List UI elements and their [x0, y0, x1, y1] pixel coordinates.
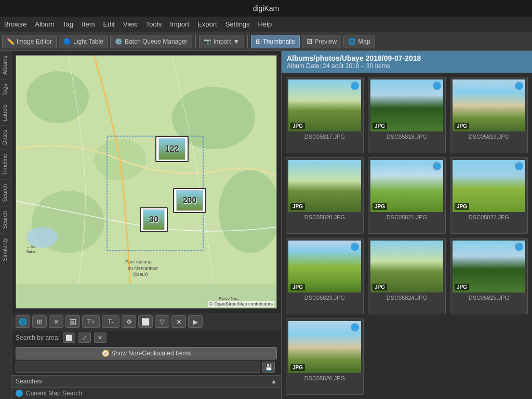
preview-icon: 🖼 — [307, 38, 313, 45]
thumbnail-image: JPG — [288, 160, 361, 212]
menu-item-album[interactable]: Album — [35, 20, 54, 28]
thumbnails-icon: ⊞ — [256, 38, 261, 45]
geo-icon: 🌐 — [351, 243, 359, 251]
svg-text:Bains: Bains — [26, 250, 36, 254]
save-search-btn[interactable]: 💾 — [262, 362, 275, 373]
jpg-badge: JPG — [290, 284, 305, 290]
thumbnail-image: JPG🌐 — [288, 241, 361, 292]
menu-item-tag[interactable]: Tag — [62, 20, 73, 28]
toolbar-separator-1 — [195, 35, 196, 48]
thumbnail-item[interactable]: JPG🌐DSC05823.JPG — [286, 238, 364, 314]
left-panel: Parc national du Mercantour (coeur) Parc… — [11, 51, 282, 399]
svg-text:(coeur): (coeur) — [133, 272, 148, 277]
sidebar-item-search[interactable]: Search — [0, 179, 11, 206]
menu-item-item[interactable]: Item — [82, 20, 95, 28]
searches-header: Searches ▲ — [11, 376, 281, 388]
thumbnail-image: JPG🌐 — [453, 160, 525, 212]
current-map-search-icon: 🌐 — [16, 390, 23, 397]
thumbnail-item[interactable]: JPG🌐DSC05819.JPG — [450, 77, 528, 153]
import-icon: 📷 — [204, 38, 211, 45]
searches-panel: Searches ▲ 🌐 Current Map Search — [11, 375, 281, 399]
thumbnails-grid: JPG🌐DSC05817.JPGJPG🌐DSC05818.JPGJPG🌐DSC0… — [282, 73, 532, 399]
light-table-button[interactable]: 🔵 Light Table — [59, 35, 108, 48]
thumbnail-item[interactable]: JPG🌐DSC05822.JPG — [450, 157, 528, 234]
area-select-btn[interactable]: ⬜ — [63, 332, 75, 343]
thumbnail-item[interactable]: JPGDSC05824.JPG — [368, 238, 446, 314]
jpg-badge: JPG — [455, 203, 469, 210]
current-map-search-label: Current Map Search — [26, 390, 82, 397]
map-attribution: © OpenStreetMap contributors — [208, 301, 274, 307]
toolbar-separator-2 — [247, 35, 248, 48]
menu-item-settings[interactable]: Settings — [225, 20, 250, 28]
cluster-122[interactable]: 122 — [155, 136, 189, 162]
album-path: Albums/photos/Ubaye 2018/09-07-2018 — [287, 54, 527, 62]
map-canvas[interactable]: Parc national du Mercantour (coeur) Parc… — [16, 56, 276, 308]
menu-item-view[interactable]: View — [123, 20, 138, 28]
thumbnail-image: JPG🌐 — [453, 241, 525, 292]
image-editor-icon: ✏️ — [7, 38, 15, 45]
sidebar-item-timeline[interactable]: Timeline — [0, 149, 11, 179]
thumbnail-label: DSC05826.JPG — [304, 375, 345, 381]
thumbnail-label: DSC05821.JPG — [387, 214, 427, 220]
map-button[interactable]: 🌐 Map — [343, 35, 375, 48]
map-cross-btn[interactable]: ✕ — [49, 315, 63, 328]
sidebar-item-albums[interactable]: Albums — [0, 51, 11, 79]
sidebar-item-dates[interactable]: Dates — [0, 125, 11, 149]
thumbnail-label: DSC05819.JPG — [469, 134, 509, 140]
show-non-geolocated-btn[interactable]: 🧭 Show Non-Geolocated Items — [16, 347, 277, 360]
map-area[interactable]: Parc national du Mercantour (coeur) Parc… — [16, 55, 277, 309]
map-filter-btn[interactable]: ▽ — [155, 315, 169, 328]
jpg-badge: JPG — [290, 123, 305, 129]
sidebar-item-tags[interactable]: Tags — [0, 79, 11, 100]
svg-text:Parco Na...: Parco Na... — [219, 296, 240, 301]
map-icon: 🌐 — [348, 38, 356, 45]
thumbnail-item[interactable]: JPG🌐DSC05826.JPG — [286, 318, 364, 395]
area-clear-btn[interactable]: ✕ — [94, 332, 107, 343]
preview-button[interactable]: 🖼 Preview — [302, 35, 342, 48]
map-grid-btn[interactable]: ⊞ — [32, 315, 47, 328]
menu-item-export[interactable]: Export — [197, 20, 217, 28]
right-panel: Albums/photos/Ubaye 2018/09-07-2018 Albu… — [282, 51, 532, 399]
map-text-plus-btn[interactable]: T+ — [82, 315, 100, 328]
menu-item-import[interactable]: Import — [170, 20, 189, 28]
sidebar-item-labels[interactable]: Labels — [0, 100, 11, 125]
map-move-btn[interactable]: ✥ — [122, 315, 136, 328]
area-draw-btn[interactable]: ⤢ — [78, 332, 91, 343]
menu-item-edit[interactable]: Edit — [103, 20, 114, 28]
thumbnail-image: JPG🌐 — [288, 79, 361, 131]
batch-queue-button[interactable]: ⚙️ Batch Queue Manager — [110, 35, 192, 48]
thumbnail-item[interactable]: JPG🌐DSC05818.JPG — [368, 77, 446, 153]
map-clear-btn[interactable]: ✕ — [171, 315, 186, 328]
menu-item-help[interactable]: Help — [258, 20, 272, 28]
light-table-icon: 🔵 — [63, 38, 71, 45]
map-play-btn[interactable]: ▶ — [188, 315, 203, 328]
sidebar-item-search2[interactable]: Search — [0, 206, 11, 233]
menubar: BrowseAlbumTagItemEditViewToolsImportExp… — [0, 17, 532, 32]
import-dropdown-icon: ▼ — [233, 38, 240, 45]
thumbnail-item[interactable]: JPG🌐DSC05821.JPG — [368, 157, 446, 234]
search-input[interactable] — [16, 362, 260, 373]
cluster-30[interactable]: 30 — [140, 207, 168, 232]
thumbnail-item[interactable]: JPGDSC05820.JPG — [286, 157, 364, 234]
map-globe-btn[interactable]: 🌐 — [16, 315, 30, 328]
menu-item-browse[interactable]: Browse — [4, 20, 26, 28]
thumbnail-item[interactable]: JPG🌐DSC05825.JPG — [450, 238, 528, 314]
geo-icon: 🌐 — [433, 82, 441, 90]
thumbnail-item[interactable]: JPG🌐DSC05817.JPG — [286, 77, 364, 153]
cluster-200[interactable]: 200 — [173, 188, 206, 213]
album-date: Album Date: 24 août 2018 – 30 Items — [287, 62, 527, 70]
map-image-btn[interactable]: 🖼 — [65, 315, 80, 328]
menu-item-tools[interactable]: Tools — [146, 20, 162, 28]
current-map-search-item[interactable]: 🌐 Current Map Search — [11, 388, 281, 399]
sidebar-item-similarity[interactable]: Similarity — [0, 233, 11, 265]
map-rect-btn[interactable]: ⬜ — [138, 315, 153, 328]
thumbnail-image: JPG🌐 — [453, 79, 525, 131]
import-button[interactable]: 📷 Import ▼ — [199, 35, 244, 48]
image-editor-button[interactable]: ✏️ Image Editor — [2, 35, 57, 48]
thumbnails-button[interactable]: ⊞ Thumbnails — [251, 35, 300, 48]
thumbnail-image: JPG🌐 — [370, 160, 443, 212]
geo-icon: 🌐 — [515, 82, 523, 90]
map-text-minus-btn[interactable]: T- — [102, 315, 119, 328]
thumbnail-label: DSC05820.JPG — [304, 214, 345, 220]
searches-collapse-btn[interactable]: ▲ — [271, 378, 277, 385]
